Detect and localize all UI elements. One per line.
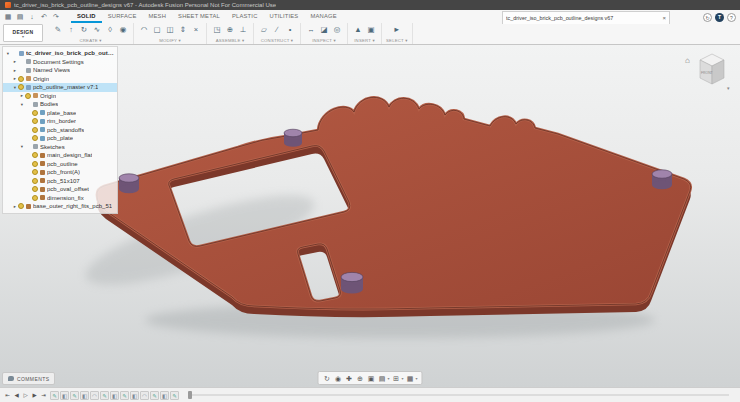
ribbon-group-label[interactable]: CREATE ▾ bbox=[52, 37, 129, 44]
browser-row[interactable]: ▾Sketches bbox=[3, 143, 117, 152]
chevron-down-icon[interactable]: ▾ bbox=[401, 376, 403, 381]
browser-row[interactable]: ▸Origin bbox=[3, 75, 117, 84]
measure-icon[interactable]: ↔ bbox=[305, 24, 317, 35]
display-settings-icon[interactable]: ▤ bbox=[377, 373, 386, 384]
visibility-icon[interactable] bbox=[32, 135, 38, 141]
browser-row[interactable]: rim_border bbox=[3, 117, 117, 126]
visibility-icon[interactable] bbox=[32, 195, 38, 201]
extrude-icon[interactable]: ↑ bbox=[65, 24, 77, 35]
browser-row[interactable]: pcb_plate bbox=[3, 134, 117, 143]
visibility-icon[interactable] bbox=[18, 203, 24, 209]
visibility-icon[interactable] bbox=[32, 186, 38, 192]
ribbon-group-label[interactable]: CONSTRUCT ▾ bbox=[258, 37, 296, 44]
sweep-icon[interactable]: ∿ bbox=[91, 24, 103, 35]
expander-icon[interactable]: ▾ bbox=[5, 51, 11, 56]
browser-row[interactable]: dimension_fix bbox=[3, 194, 117, 203]
timeline-sketch-5[interactable]: ✎ bbox=[150, 391, 159, 400]
combine-icon[interactable]: ◫ bbox=[164, 24, 176, 35]
timeline-sketch-2[interactable]: ✎ bbox=[70, 391, 79, 400]
axis-icon[interactable]: ∕ bbox=[271, 24, 283, 35]
browser-row[interactable]: pcb_oval_offset bbox=[3, 185, 117, 194]
shell-icon[interactable]: ▢ bbox=[151, 24, 163, 35]
display-analysis-icon[interactable]: ◎ bbox=[331, 24, 343, 35]
timeline-extrude-1[interactable]: ◧ bbox=[60, 391, 69, 400]
visibility-icon[interactable] bbox=[32, 110, 38, 116]
browser-row[interactable]: pcb_outline bbox=[3, 160, 117, 169]
ribbon-tab-mesh[interactable]: MESH bbox=[143, 10, 173, 23]
timeline-sketch-4[interactable]: ✎ bbox=[120, 391, 129, 400]
browser-row[interactable]: main_design_flat bbox=[3, 151, 117, 160]
document-tab[interactable]: tc_driver_iso_brick_pcb_outline_designs … bbox=[502, 11, 670, 24]
insert-mesh-icon[interactable]: ▲ bbox=[352, 24, 364, 35]
look-at-icon[interactable]: ◉ bbox=[333, 373, 342, 384]
go-to-start-button[interactable]: ⇤ bbox=[3, 390, 12, 400]
standoff-3[interactable] bbox=[652, 181, 672, 189]
browser-row[interactable]: ▾tc_driver_iso_brick_pcb_outline_designs… bbox=[3, 49, 117, 58]
viewports-icon[interactable]: ▦ bbox=[406, 373, 415, 384]
view-cube[interactable]: ⌂ FRONT ▾ bbox=[684, 50, 734, 92]
ribbon-tab-sheet-metal[interactable]: SHEET METAL bbox=[172, 10, 226, 23]
fit-icon[interactable]: ▣ bbox=[366, 373, 375, 384]
standoff-4[interactable] bbox=[341, 272, 363, 281]
visibility-icon[interactable] bbox=[32, 152, 38, 158]
timeline-extrude-4[interactable]: ◧ bbox=[130, 391, 139, 400]
timeline-fillet-1[interactable]: ◠ bbox=[90, 391, 99, 400]
visibility-icon[interactable] bbox=[32, 178, 38, 184]
browser-row[interactable]: plate_base bbox=[3, 109, 117, 118]
step-forward-button[interactable]: ▶ bbox=[30, 390, 39, 400]
create-sketch-icon[interactable]: ✎ bbox=[52, 24, 64, 35]
ribbon-group-label[interactable]: INSERT ▾ bbox=[352, 37, 377, 44]
ground-icon[interactable]: ⊥ bbox=[237, 24, 249, 35]
joint-icon[interactable]: ⊕ bbox=[224, 24, 236, 35]
timeline-sketch-6[interactable]: ✎ bbox=[170, 391, 179, 400]
visibility-icon[interactable] bbox=[18, 84, 24, 90]
grid-settings-icon[interactable]: ⊞ bbox=[391, 373, 400, 384]
fillet-icon[interactable]: ◠ bbox=[138, 24, 150, 35]
section-analysis-icon[interactable]: ◪ bbox=[318, 24, 330, 35]
expander-icon[interactable]: ▸ bbox=[12, 59, 18, 64]
ribbon-tab-surface[interactable]: SURFACE bbox=[102, 10, 143, 23]
expander-icon[interactable]: ▾ bbox=[19, 102, 25, 107]
zoom-icon[interactable]: ⊕ bbox=[355, 373, 364, 384]
timeline-extrude-5[interactable]: ◧ bbox=[160, 391, 169, 400]
visibility-icon[interactable] bbox=[32, 127, 38, 133]
comments-bar[interactable]: COMMENTS bbox=[2, 372, 55, 385]
undo-icon[interactable]: ↶ bbox=[39, 11, 49, 22]
ribbon-tab-solid[interactable]: SOLID bbox=[71, 10, 102, 23]
ribbon-group-label[interactable]: ASSEMBLE ▾ bbox=[211, 37, 249, 44]
point-icon[interactable]: • bbox=[284, 24, 296, 35]
ribbon-tab-manage[interactable]: MANAGE bbox=[304, 10, 342, 23]
save-icon[interactable]: ↓ bbox=[27, 11, 37, 22]
delete-icon[interactable]: × bbox=[190, 24, 202, 35]
browser-row[interactable]: ▸Document Settings bbox=[3, 58, 117, 67]
browser-row[interactable]: ▸Origin bbox=[3, 92, 117, 101]
new-component-icon[interactable]: ◳ bbox=[211, 24, 223, 35]
go-to-end-button[interactable]: ⇥ bbox=[39, 390, 48, 400]
step-back-button[interactable]: ◀ bbox=[12, 390, 21, 400]
job-status-icon[interactable]: ↻ bbox=[703, 13, 712, 22]
standoff-2[interactable] bbox=[284, 129, 302, 137]
timeline-fillet-2[interactable]: ◠ bbox=[140, 391, 149, 400]
chevron-down-icon[interactable]: ▾ bbox=[416, 376, 418, 381]
redo-icon[interactable]: ↷ bbox=[51, 11, 61, 22]
standoff-1[interactable] bbox=[119, 185, 139, 193]
browser-row[interactable]: pcb_51x107 bbox=[3, 177, 117, 186]
visibility-icon[interactable] bbox=[32, 169, 38, 175]
play-button[interactable]: ▷ bbox=[21, 390, 30, 400]
hole-icon[interactable]: ◉ bbox=[117, 24, 129, 35]
browser-row[interactable]: ▸base_outer_right_fits_pcb_51 bbox=[3, 202, 117, 211]
timeline-scrubber-handle[interactable] bbox=[188, 391, 192, 399]
decal-icon[interactable]: ▣ bbox=[365, 24, 377, 35]
select-icon[interactable]: ► bbox=[391, 24, 403, 35]
expander-icon[interactable]: ▾ bbox=[19, 144, 25, 149]
timeline-sketch-1[interactable]: ✎ bbox=[50, 391, 59, 400]
timeline-track[interactable] bbox=[188, 394, 729, 396]
timeline-extrude-3[interactable]: ◧ bbox=[110, 391, 119, 400]
ribbon-group-label[interactable]: SELECT ▾ bbox=[386, 37, 408, 44]
timeline-extrude-2[interactable]: ◧ bbox=[80, 391, 89, 400]
data-panel-icon[interactable]: ▦ bbox=[3, 11, 13, 22]
press-pull-icon[interactable]: ⇕ bbox=[177, 24, 189, 35]
standoff-3[interactable] bbox=[652, 170, 672, 178]
revolve-icon[interactable]: ↻ bbox=[78, 24, 90, 35]
standoff-1[interactable] bbox=[119, 174, 139, 182]
